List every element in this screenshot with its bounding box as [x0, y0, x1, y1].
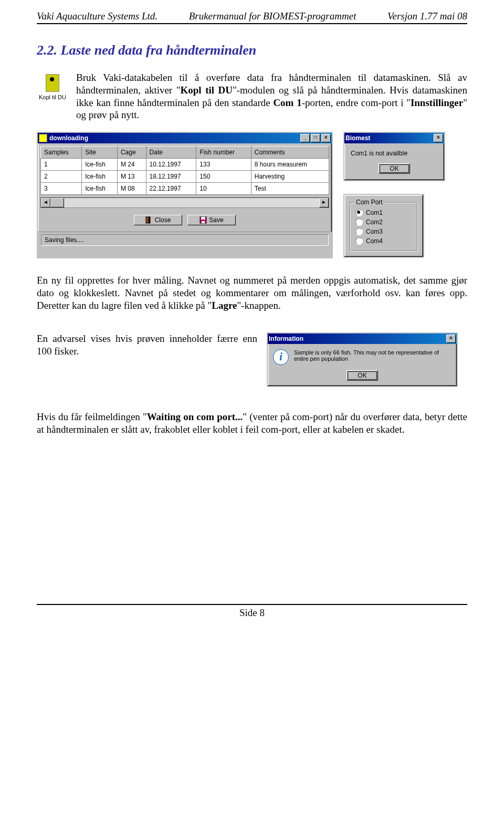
window-title: downloading [49, 134, 300, 142]
radio-label: Com3 [366, 228, 383, 235]
horizontal-scrollbar[interactable]: ◄ ► [40, 197, 329, 208]
col-date[interactable]: Date [146, 147, 196, 159]
save-button[interactable]: Save [187, 215, 236, 225]
document-page: Vaki Aquaculture Systems Ltd. Brukermanu… [0, 0, 504, 640]
text: "-knappen. [237, 300, 280, 311]
maximize-button[interactable]: □ [311, 134, 320, 142]
error-message: Com1 is not availble [351, 150, 438, 157]
page-number: Side 8 [239, 607, 265, 618]
intro-paragraph: Bruk Vaki-datakabelen til å overføre dat… [76, 71, 467, 121]
header-right: Versjon 1.77 mai 08 [387, 11, 467, 22]
header-center: Brukermanual for BIOMEST-programmet [189, 11, 356, 22]
downloading-window: downloading _ □ × Samples Site Cage Date… [37, 132, 333, 258]
close-button[interactable]: × [434, 134, 443, 142]
biomest-titlebar[interactable]: Biomest × [344, 133, 444, 143]
cell: 8 hours measurem [251, 159, 329, 171]
cell: 22.12.1997 [146, 183, 196, 195]
radio-icon [355, 209, 363, 216]
cell: 2 [41, 171, 82, 183]
close-button[interactable]: Close [134, 215, 182, 225]
table-header-row: Samples Site Cage Date Fish number Comme… [41, 147, 329, 159]
scroll-left-icon[interactable]: ◄ [41, 198, 50, 207]
samples-table: Samples Site Cage Date Fish number Comme… [40, 146, 329, 195]
status-text: Saving files.... [41, 234, 329, 246]
cell: 18.12.1997 [146, 171, 196, 183]
text: Hvis du får feilmeldingen " [37, 411, 147, 422]
info-message: Sample is only 66 fish. This may not be … [294, 349, 452, 362]
table-row[interactable]: 2 Ice-fish M 13 18.12.1997 150 Harvestin… [41, 171, 329, 183]
col-cage[interactable]: Cage [117, 147, 146, 159]
radio-com1[interactable]: Com1 [355, 209, 412, 216]
radio-icon [355, 218, 363, 226]
window-title: Information [269, 335, 446, 342]
svg-rect-3 [201, 217, 205, 220]
cell: 3 [41, 183, 82, 195]
page-header: Vaki Aquaculture Systems Ltd. Brukermanu… [37, 11, 467, 24]
radio-com2[interactable]: Com2 [355, 218, 412, 226]
col-comments[interactable]: Comments [251, 147, 329, 159]
downloading-titlebar[interactable]: downloading _ □ × [38, 133, 332, 143]
cell: M 13 [117, 171, 146, 183]
cell: Ice-fish [82, 159, 118, 171]
intro-block: Kopl til DU Bruk Vaki-datakabelen til å … [37, 71, 467, 121]
window-title: Biomest [345, 134, 434, 142]
page-footer: Side 8 [37, 604, 467, 619]
svg-rect-4 [202, 221, 205, 223]
biomest-dialog: Biomest × Com1 is not availble OK [343, 132, 445, 181]
bottom-paragraph: Hvis du får feilmeldingen "Waiting on co… [37, 411, 467, 436]
bold-text: Innstillinger [411, 97, 463, 108]
information-dialog: Information × i Sample is only 66 fish. … [267, 332, 458, 387]
section-title: 2.2. Laste ned data fra håndterminalen [37, 43, 467, 58]
comport-groupbox: Com Port Com1 Com2 Com3 Com4 [350, 202, 418, 252]
status-bar: Saving files.... [38, 232, 332, 257]
cell: M 08 [117, 183, 146, 195]
warning-row: En advarsel vises hvis prøven inneholder… [37, 332, 467, 387]
svg-rect-1 [149, 217, 150, 223]
cell: 10.12.1997 [146, 159, 196, 171]
radio-label: Com2 [366, 218, 383, 226]
button-label: Save [209, 216, 223, 224]
radio-label: Com1 [366, 209, 383, 216]
cell: 150 [196, 171, 251, 183]
scroll-thumb[interactable] [50, 198, 64, 207]
close-button[interactable]: × [321, 134, 331, 142]
table-row[interactable]: 1 Ice-fish M 24 10.12.1997 133 8 hours m… [41, 159, 329, 171]
col-fishnumber[interactable]: Fish number [196, 147, 251, 159]
kopl-icon-label: Kopl til DU [37, 94, 68, 100]
cell: Harvesting [251, 171, 329, 183]
door-exit-icon [145, 216, 153, 224]
radio-icon [355, 237, 363, 245]
col-samples[interactable]: Samples [41, 147, 82, 159]
comport-panel: Com Port Com1 Com2 Com3 Com4 [343, 194, 424, 258]
header-left: Vaki Aquaculture Systems Ltd. [37, 11, 158, 22]
bold-text: Kopl til DU [180, 85, 233, 96]
cell: 10 [196, 183, 251, 195]
radio-com4[interactable]: Com4 [355, 237, 412, 245]
kopl-til-du-icon: Kopl til DU [37, 71, 68, 121]
cell: 133 [196, 159, 251, 171]
groupbox-legend: Com Port [354, 199, 384, 206]
middle-paragraph: En ny fil opprettes for hver måling. Nav… [37, 274, 467, 311]
ok-button[interactable]: OK [379, 163, 410, 174]
cell: 1 [41, 159, 82, 171]
radio-icon [355, 228, 363, 235]
cell: Ice-fish [82, 171, 118, 183]
scroll-right-icon[interactable]: ► [319, 198, 329, 207]
floppy-save-icon [200, 216, 207, 224]
bold-text: Lagre [212, 300, 237, 311]
ok-button[interactable]: OK [346, 370, 377, 381]
information-titlebar[interactable]: Information × [268, 333, 457, 344]
button-label: Close [155, 216, 171, 224]
bold-text: Waiting on com port... [147, 411, 243, 422]
close-button[interactable]: × [446, 335, 456, 343]
screenshot-row: downloading _ □ × Samples Site Cage Date… [37, 132, 467, 258]
cell: M 24 [117, 159, 146, 171]
du-device-icon [46, 74, 59, 92]
table-row[interactable]: 3 Ice-fish M 08 22.12.1997 10 Test [41, 183, 329, 195]
app-icon [39, 134, 47, 142]
minimize-button[interactable]: _ [300, 134, 310, 142]
text: -porten, endre com-port i " [302, 97, 411, 108]
col-site[interactable]: Site [82, 147, 118, 159]
cell: Ice-fish [82, 183, 118, 195]
radio-com3[interactable]: Com3 [355, 228, 412, 235]
